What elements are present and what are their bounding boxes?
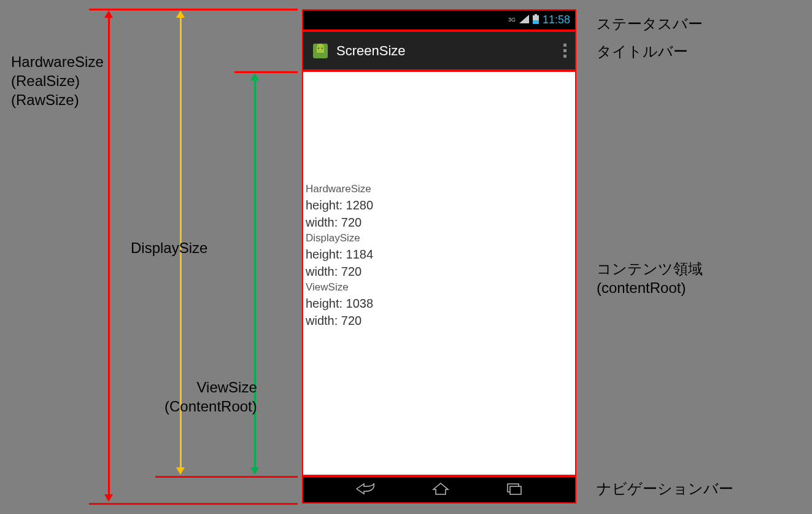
recent-apps-icon[interactable] (505, 482, 524, 498)
navigation-bar (302, 476, 576, 504)
svg-rect-2 (533, 20, 539, 24)
hardware-arrow (108, 10, 110, 502)
svg-point-5 (322, 47, 323, 49)
content-l2: height: 1280 (306, 197, 373, 213)
content-area-label: コンテンツ領域 (contentRoot) (597, 259, 703, 297)
content-l9: width: 720 (306, 313, 362, 329)
view-label: ViewSize (ContentRoot) (164, 378, 257, 416)
signal-icon (519, 15, 529, 26)
nav-bar-label: ナビゲーションバー (597, 479, 733, 498)
clock: 11:58 (543, 14, 570, 26)
content-l6: width: 720 (306, 263, 362, 279)
guide-line (89, 9, 298, 10)
guide-line (89, 503, 298, 505)
content-line1: コンテンツ領域 (597, 259, 703, 278)
guide-line (234, 71, 298, 73)
content-l5: height: 1184 (306, 246, 373, 262)
view-line1: ViewSize (164, 378, 257, 397)
phone-mockup: 3G 11:58 ScreenSize HardwareSize height:… (302, 9, 576, 504)
content-l7: ViewSize (306, 281, 349, 294)
svg-rect-1 (535, 14, 537, 15)
title-bar-label: タイトルバー (597, 42, 688, 61)
content-l8: height: 1038 (306, 295, 373, 311)
hardware-line1: HardwareSize (11, 52, 104, 71)
android-icon (309, 40, 331, 62)
display-label: DisplaySize (131, 238, 207, 257)
home-icon[interactable] (431, 482, 450, 498)
content-l4: DisplaySize (306, 232, 360, 245)
content-line2: (contentRoot) (597, 278, 703, 297)
status-bar: 3G 11:58 (302, 9, 576, 31)
hardware-label: HardwareSize (RealSize) (RawSize) (11, 52, 104, 110)
content-l3: width: 720 (306, 214, 362, 230)
svg-rect-7 (510, 486, 521, 494)
content-area: HardwareSize height: 1280 width: 720 Dis… (302, 71, 576, 476)
hardware-line3: (RawSize) (11, 90, 104, 109)
back-icon[interactable] (355, 482, 376, 498)
hardware-line2: (RealSize) (11, 71, 104, 90)
network-label: 3G (508, 17, 516, 23)
view-line2: (ContentRoot) (164, 397, 257, 416)
content-l1: HardwareSize (306, 182, 371, 196)
title-bar: ScreenSize (302, 31, 576, 71)
guide-line (155, 476, 298, 478)
svg-point-4 (318, 47, 319, 49)
battery-icon (533, 14, 539, 26)
status-bar-label: ステータスバー (597, 14, 703, 33)
app-title: ScreenSize (336, 43, 406, 59)
diagram-stage: HardwareSize (RealSize) (RawSize) Displa… (0, 0, 812, 514)
overflow-menu-icon[interactable] (563, 44, 566, 58)
